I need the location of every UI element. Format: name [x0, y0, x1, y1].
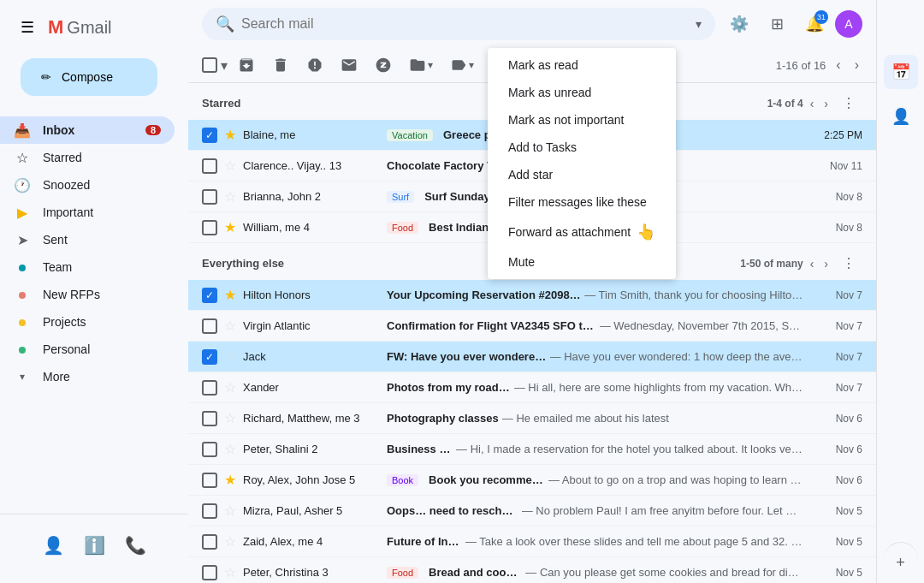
hamburger-menu-button[interactable]: ☰	[14, 11, 41, 44]
select-all-checkbox[interactable]	[202, 57, 217, 73]
right-panel-calendar-button[interactable]: 📅	[884, 55, 918, 89]
apps-button[interactable]: ⊞	[760, 7, 794, 41]
everything-else-pagination-text: 1-50 of many	[740, 258, 803, 270]
nav-team[interactable]: Team	[0, 253, 175, 281]
email-checkbox[interactable]	[202, 503, 217, 519]
email-checkbox[interactable]	[202, 565, 217, 580]
star-icon[interactable]: ☆	[224, 441, 236, 457]
everything-prev-button[interactable]: ‹	[807, 253, 818, 274]
star-icon[interactable]: ★	[224, 472, 236, 488]
move-button[interactable]: ▾	[402, 51, 440, 79]
email-checkbox[interactable]	[202, 220, 217, 235]
notification-button[interactable]: 🔔 31	[797, 7, 832, 41]
everything-more-button[interactable]: ⋮	[835, 250, 862, 277]
important-icon: ▶	[14, 205, 31, 221]
email-date: Nov 7	[811, 382, 862, 394]
context-menu-mark-unread[interactable]: Mark as unread	[488, 79, 676, 106]
star-icon[interactable]: ☆	[224, 379, 236, 396]
sidebar-phone-button[interactable]: 📞	[118, 528, 152, 562]
star-icon[interactable]: ☆	[224, 188, 236, 205]
email-checkbox[interactable]	[202, 534, 217, 550]
context-menu-add-tasks[interactable]: Add to Tasks	[488, 134, 676, 161]
context-menu-mark-read[interactable]: Mark as read	[488, 51, 676, 79]
email-checkbox[interactable]	[202, 473, 217, 488]
email-checkbox[interactable]	[202, 189, 217, 205]
label-button[interactable]: ▾	[443, 51, 481, 79]
compose-button[interactable]: ✏ Compose	[21, 58, 157, 96]
email-checkbox[interactable]	[202, 442, 217, 457]
email-row[interactable]: ☆ Peter, Christina 3 Food Bread and cook…	[188, 557, 876, 583]
email-row[interactable]: ★ Roy, Alex, John Jose 5 Book Book you r…	[188, 465, 876, 496]
right-panel-add-button[interactable]: +	[884, 542, 918, 576]
sidebar-contacts-button[interactable]: 👤	[36, 528, 70, 562]
nav-inbox[interactable]: 📥 Inbox 8	[0, 116, 175, 144]
mark-read-button[interactable]	[334, 51, 364, 79]
email-checkbox[interactable]: ✓	[202, 128, 217, 143]
nav-sent[interactable]: ➤ Sent	[0, 226, 175, 253]
starred-more-button[interactable]: ⋮	[835, 90, 862, 116]
nav-important[interactable]: ▶ Important	[0, 199, 175, 226]
star-icon[interactable]: ★	[224, 287, 236, 303]
nav-snoozed[interactable]: 🕐 Snoozed	[0, 171, 175, 199]
everything-else-label: Everything else	[202, 257, 284, 270]
settings-button[interactable]: ⚙️	[722, 7, 756, 41]
report-spam-button[interactable]	[299, 51, 330, 79]
inbox-label: Inbox	[43, 123, 133, 137]
email-content: Confirmation for Flight VA2345 SFO to NY…	[387, 319, 804, 332]
star-icon[interactable]: ☆	[224, 410, 236, 426]
email-sender: Jack	[243, 350, 380, 363]
delete-button[interactable]	[265, 51, 296, 79]
right-panel-contacts-button[interactable]: 👤	[884, 99, 918, 134]
email-row[interactable]: ☆ Peter, Shalini 2 Business trip — Hi, I…	[188, 434, 876, 465]
star-icon[interactable]: ☆	[224, 533, 236, 550]
context-menu-forward-attachment[interactable]: Forward as attachment 👆	[488, 216, 676, 248]
nav-projects[interactable]: Projects	[0, 308, 175, 336]
snoozed-icon: 🕐	[14, 177, 31, 193]
star-icon[interactable]: ★	[224, 127, 236, 143]
email-row[interactable]: ☆ Richard, Matthew, me 3 Photography cla…	[188, 403, 876, 434]
star-icon[interactable]: ☆	[224, 503, 236, 519]
starred-next-button[interactable]: ›	[820, 93, 832, 114]
star-icon[interactable]: ★	[224, 219, 236, 235]
context-menu-mute[interactable]: Mute	[488, 248, 676, 276]
avatar[interactable]: A	[835, 10, 862, 38]
star-icon[interactable]: ☆	[224, 564, 236, 580]
pagination-next-button[interactable]: ›	[851, 54, 862, 76]
email-date: Nov 6	[811, 443, 862, 455]
email-checkbox[interactable]	[202, 411, 217, 426]
star-icon[interactable]: ☆	[224, 158, 236, 174]
search-dropdown-icon[interactable]: ▾	[696, 17, 702, 31]
email-row[interactable]: ☆ Mizra, Paul, Asher 5 Oops… need to res…	[188, 496, 876, 526]
starred-prev-button[interactable]: ‹	[807, 93, 818, 114]
email-row[interactable]: ✓ ☆ Jack FW: Have you ever wondered...? …	[188, 342, 876, 372]
forward-attachment-label: Forward as attachment	[508, 225, 631, 239]
nav-newrfps[interactable]: New RFPs	[0, 281, 175, 308]
search-input[interactable]	[241, 16, 689, 32]
email-checkbox[interactable]: ✓	[202, 349, 217, 365]
context-menu-mark-not-important[interactable]: Mark as not important	[488, 106, 676, 134]
context-menu-add-star[interactable]: Add star	[488, 161, 676, 188]
logo-m-icon: M	[48, 16, 63, 39]
archive-button[interactable]	[231, 51, 262, 79]
star-icon[interactable]: ☆	[224, 348, 236, 365]
sidebar-info-button[interactable]: ℹ️	[77, 528, 111, 562]
email-checkbox[interactable]	[202, 158, 217, 174]
email-checkbox[interactable]	[202, 380, 217, 396]
nav-starred[interactable]: ☆ Starred	[0, 144, 175, 171]
email-row[interactable]: ☆ Virgin Atlantic Confirmation for Fligh…	[188, 311, 876, 342]
select-dropdown-button[interactable]: ▾	[221, 56, 228, 75]
everything-next-button[interactable]: ›	[820, 253, 832, 274]
email-row[interactable]: ☆ Zaid, Alex, me 4 Future of Inbox — Tak…	[188, 526, 876, 557]
email-row[interactable]: ☆ Xander Photos from my road trip — Hi a…	[188, 372, 876, 403]
email-checkbox[interactable]: ✓	[202, 288, 217, 303]
context-menu-filter-messages[interactable]: Filter messages like these	[488, 188, 676, 216]
snooze-button[interactable]	[368, 51, 399, 79]
pagination-prev-button[interactable]: ‹	[832, 54, 844, 76]
email-checkbox[interactable]	[202, 318, 217, 334]
email-content: Oops… need to reschedule — No problem Pa…	[387, 504, 804, 517]
nav-personal[interactable]: Personal	[0, 336, 175, 363]
nav-more[interactable]: ▾ More	[0, 363, 175, 390]
team-label: Team	[43, 260, 161, 274]
star-icon[interactable]: ☆	[224, 318, 236, 334]
email-row[interactable]: ✓ ★ Hilton Honors Your Upcoming Reservat…	[188, 280, 876, 311]
